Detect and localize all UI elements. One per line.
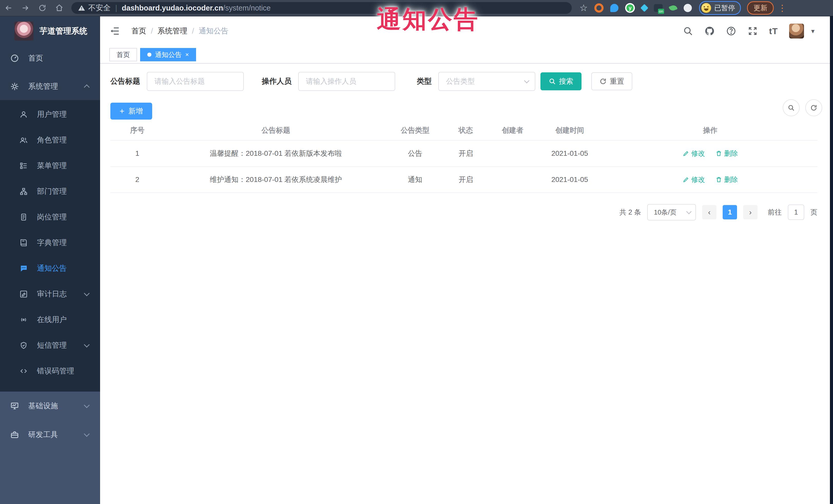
sidebar-item-notice[interactable]: 通知公告	[0, 256, 100, 281]
sidebar-item-home[interactable]: 首页	[0, 50, 100, 66]
chevron-down-icon	[84, 342, 90, 348]
sidebar-item-audit-log[interactable]: 审计日志	[0, 281, 100, 307]
sidebar-item-role-mgmt[interactable]: 角色管理	[0, 127, 100, 153]
next-page-button[interactable]: ›	[743, 205, 758, 219]
home-icon[interactable]	[51, 0, 68, 16]
font-size-icon[interactable]: tT	[769, 26, 778, 36]
sms-shield-icon	[20, 341, 28, 350]
search-button[interactable]: 搜索	[541, 72, 581, 90]
refresh-table-button[interactable]	[805, 99, 822, 116]
edit-pencil-icon	[683, 176, 689, 183]
type-filter-select[interactable]: 公告类型	[438, 72, 535, 91]
avatar[interactable]	[789, 24, 804, 39]
browser-profile-chip[interactable]: 已暂停	[699, 1, 741, 15]
tab-notice[interactable]: 通知公告 ×	[140, 48, 196, 61]
edit-link[interactable]: 修改	[683, 149, 705, 158]
edit-link[interactable]: 修改	[683, 175, 705, 184]
add-button[interactable]: + 新增	[110, 103, 152, 120]
breadcrumb-current: 通知公告	[199, 26, 229, 36]
warning-icon[interactable]	[78, 4, 85, 11]
breadcrumb-separator: /	[192, 27, 194, 35]
delete-link[interactable]: 删除	[715, 175, 738, 184]
chevron-up-icon	[84, 85, 90, 90]
profile-chip-label: 已暂停	[714, 3, 735, 13]
sidebar-item-infra[interactable]: 基础设施	[0, 391, 100, 421]
browser-scrollbar-track[interactable]	[830, 16, 833, 504]
help-icon[interactable]	[726, 26, 736, 36]
extension-icon-leaf[interactable]	[669, 4, 678, 11]
sidebar-item-menu-mgmt[interactable]: 菜单管理	[0, 153, 100, 178]
cell-title: 温馨提醒：2018-07-01 若依新版本发布啦	[164, 149, 387, 158]
extension-icon-blue-drop[interactable]	[610, 4, 618, 12]
search-icon[interactable]	[683, 26, 693, 36]
app-logo-image	[15, 22, 33, 41]
cell-status: 开启	[443, 175, 489, 185]
notice-bubble-icon	[20, 264, 28, 272]
update-button-label: 更新	[754, 3, 767, 13]
sidebar-item-dept-mgmt[interactable]: 部门管理	[0, 178, 100, 204]
browser-menu-icon[interactable]: ⋮	[778, 4, 787, 12]
extension-icon-dark[interactable]: on	[654, 4, 663, 12]
add-button-label: 新增	[128, 106, 143, 116]
sidebar-item-online-users[interactable]: 在线用户	[0, 307, 100, 333]
operator-filter-input[interactable]	[298, 72, 395, 91]
chevron-down-icon	[84, 402, 90, 408]
github-icon[interactable]	[705, 26, 715, 36]
reset-button[interactable]: 重置	[591, 72, 632, 90]
hamburger-icon[interactable]	[109, 26, 120, 37]
sidebar-item-dict-mgmt[interactable]: 字典管理	[0, 230, 100, 256]
browser-update-button[interactable]: 更新	[747, 1, 774, 15]
sidebar-item-sms-mgmt[interactable]: 短信管理	[0, 333, 100, 358]
extension-icon-puzzle[interactable]	[684, 4, 692, 12]
sidebar-item-label: 审计日志	[37, 289, 67, 299]
app-title: 芋道管理系统	[40, 26, 87, 37]
delete-trash-icon	[715, 150, 722, 157]
sidebar-item-post-mgmt[interactable]: 岗位管理	[0, 204, 100, 230]
table-row[interactable]: 2 维护通知：2018-07-01 若依系统凌晨维护 通知 开启 2021-01…	[110, 167, 817, 193]
sidebar-item-label: 首页	[28, 53, 43, 64]
caret-down-icon[interactable]: ▾	[811, 27, 814, 35]
close-icon[interactable]: ×	[185, 51, 189, 58]
bookmark-star-icon[interactable]: ☆	[579, 3, 588, 13]
delete-link-label: 删除	[724, 149, 738, 158]
sidebar-item-label: 研发工具	[28, 430, 58, 440]
extension-icon-diamond[interactable]	[641, 4, 648, 12]
prev-page-button[interactable]: ‹	[702, 205, 716, 219]
tab-home[interactable]: 首页	[109, 48, 137, 61]
sidebar-item-label: 在线用户	[37, 315, 67, 325]
back-icon[interactable]	[0, 0, 17, 16]
page-size-select[interactable]: 10条/页	[647, 204, 696, 220]
col-header-status: 状态	[443, 125, 489, 135]
extension-icon-orange[interactable]	[594, 3, 603, 13]
fullscreen-icon[interactable]	[747, 26, 758, 36]
url-host: dashboard.yudao.iocoder.cn	[122, 4, 223, 12]
security-label[interactable]: 不安全	[88, 3, 111, 13]
org-tree-icon	[20, 187, 28, 195]
pagination: 共 2 条 10条/页 ‹ 1 › 前往 页	[619, 204, 817, 220]
current-page-button[interactable]: 1	[723, 205, 737, 219]
sidebar-item-system[interactable]: 系统管理	[0, 78, 100, 94]
col-header-creator: 创建者	[489, 125, 536, 135]
sidebar-item-label: 基础设施	[28, 401, 58, 411]
reload-icon[interactable]	[34, 0, 51, 16]
toggle-search-button[interactable]	[783, 99, 800, 116]
users-icon	[20, 136, 28, 144]
goto-page-input[interactable]	[788, 205, 804, 220]
chevron-down-icon	[686, 209, 692, 214]
address-bar[interactable]: 不安全 | dashboard.yudao.iocoder.cn/system/…	[71, 2, 572, 14]
table-row[interactable]: 1 温馨提醒：2018-07-01 若依新版本发布啦 公告 开启 2021-01…	[110, 141, 817, 167]
sidebar-item-devtools[interactable]: 研发工具	[0, 421, 100, 449]
app-logo-row[interactable]: 芋道管理系统	[0, 16, 100, 46]
sidebar-item-user-mgmt[interactable]: 用户管理	[0, 102, 100, 127]
sidebar-item-label: 错误码管理	[37, 366, 74, 376]
breadcrumb-system[interactable]: 系统管理	[158, 26, 187, 36]
delete-link[interactable]: 删除	[715, 149, 738, 158]
breadcrumb-home[interactable]: 首页	[132, 26, 146, 36]
forward-icon[interactable]	[17, 0, 34, 16]
extension-icon-green-circle[interactable]: y	[625, 3, 635, 13]
cell-no: 1	[110, 149, 164, 158]
sidebar-item-label: 短信管理	[37, 340, 67, 351]
sidebar: 芋道管理系统 首页 系统管理 用户管理 角色管理 菜单管理 部门管理	[0, 16, 100, 504]
sidebar-item-error-code[interactable]: 错误码管理	[0, 358, 100, 384]
title-filter-input[interactable]	[147, 72, 244, 91]
